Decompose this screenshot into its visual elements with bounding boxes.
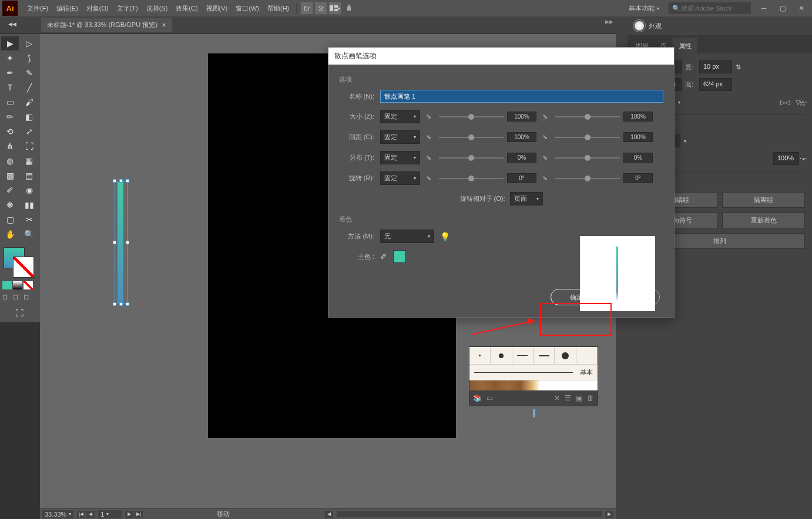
- line-tool[interactable]: ╱: [21, 80, 38, 95]
- bridge-icon[interactable]: Br: [300, 2, 313, 15]
- draw-behind-icon[interactable]: ◻: [13, 293, 22, 301]
- close-tab-icon[interactable]: ×: [162, 21, 166, 29]
- brush-basic[interactable]: 基本: [469, 365, 598, 380]
- brush-name-input[interactable]: [380, 90, 663, 103]
- curvature-tool[interactable]: ✎: [21, 66, 38, 80]
- first-artboard-icon[interactable]: |◀: [77, 511, 85, 518]
- appearance-panel-tab[interactable]: 外观: [628, 16, 812, 36]
- h-input[interactable]: 624 px: [699, 78, 732, 91]
- mesh-tool[interactable]: ▩: [1, 168, 19, 183]
- gradient-tool[interactable]: ▤: [21, 168, 38, 183]
- hand-tool[interactable]: ✋: [1, 227, 19, 241]
- menu-window[interactable]: 窗口(W): [232, 2, 263, 15]
- angle-dropdown-icon[interactable]: ▾: [678, 100, 680, 105]
- direct-selection-tool[interactable]: ▷: [21, 36, 38, 50]
- tips-icon[interactable]: 💡: [440, 232, 450, 241]
- artboard-nav-input[interactable]: 1▾: [98, 510, 122, 518]
- size-mode-select[interactable]: 固定▾: [380, 110, 420, 123]
- search-stock[interactable]: 🔍: [669, 2, 751, 14]
- brush-preset-5[interactable]: [555, 347, 576, 364]
- handle-ml[interactable]: [113, 241, 116, 244]
- brush-preset-4[interactable]: [533, 347, 555, 364]
- symbol-sprayer-tool[interactable]: ❋: [1, 198, 19, 212]
- scatter-value[interactable]: 0%: [507, 153, 536, 163]
- menu-select[interactable]: 选择(S): [143, 2, 172, 15]
- color-mode-icon[interactable]: [2, 281, 12, 289]
- spacing-slider[interactable]: [439, 137, 504, 138]
- spacing-value[interactable]: 100%: [507, 132, 536, 142]
- paintbrush-tool[interactable]: 🖌: [21, 95, 38, 109]
- rectangle-tool[interactable]: ▭: [1, 95, 19, 109]
- maximize-button[interactable]: ▢: [774, 3, 791, 14]
- stroke-dropdown-icon[interactable]: ▾: [684, 139, 686, 144]
- pen-tool[interactable]: ✒: [1, 66, 19, 80]
- panel-collapse-icon[interactable]: ▶▶: [605, 19, 613, 25]
- menu-view[interactable]: 视图(V): [203, 2, 231, 15]
- w-input[interactable]: 10 px: [699, 60, 732, 73]
- handle-br[interactable]: [126, 302, 129, 306]
- workspace-switcher[interactable]: 基本功能▾: [624, 2, 664, 15]
- keycolor-swatch[interactable]: [393, 250, 406, 263]
- transform-more-icon[interactable]: ⋯: [799, 97, 807, 107]
- menu-help[interactable]: 帮助(H): [264, 2, 293, 15]
- selected-object[interactable]: [115, 181, 127, 304]
- brush-options-icon[interactable]: ☰: [565, 394, 571, 402]
- brush-libraries-menu-icon[interactable]: ▭: [486, 394, 493, 402]
- brush-libraries-icon[interactable]: 📚: [473, 394, 482, 402]
- opacity-input[interactable]: 100%: [773, 152, 799, 165]
- scale-tool[interactable]: ⤢: [21, 124, 38, 139]
- rotate-relative-select[interactable]: 页面▾: [510, 192, 543, 205]
- brush-preset-3[interactable]: [512, 347, 533, 364]
- brush-preset-6[interactable]: [576, 347, 598, 364]
- menu-type[interactable]: 文字(T): [113, 2, 142, 15]
- brush-preset-2[interactable]: [491, 347, 512, 364]
- type-tool[interactable]: T: [1, 80, 19, 95]
- zoom-tool[interactable]: 🔍: [21, 227, 38, 241]
- handle-mr[interactable]: [126, 241, 129, 244]
- spacing-mode-select[interactable]: 固定▾: [380, 130, 420, 144]
- h-scrollbar[interactable]: [337, 511, 602, 517]
- screen-mode-icon[interactable]: ⛶: [1, 306, 38, 320]
- link-wh-icon[interactable]: ⇅: [736, 63, 741, 71]
- artboard-tool[interactable]: ▢: [1, 213, 19, 227]
- search-input[interactable]: [680, 5, 747, 12]
- next-artboard-icon[interactable]: ▶: [125, 511, 133, 518]
- scatter-mode-select[interactable]: 固定▾: [380, 151, 420, 164]
- scroll-left-icon[interactable]: ◀: [325, 511, 333, 518]
- none-mode-icon[interactable]: [24, 281, 33, 289]
- stroke-swatch[interactable]: [13, 257, 34, 278]
- brush-art-stroke[interactable]: [469, 380, 598, 390]
- zoom-select[interactable]: 33.33%▾: [42, 510, 73, 518]
- menu-edit[interactable]: 编辑(E): [53, 2, 82, 15]
- rotate-tool[interactable]: ⟲: [1, 124, 19, 139]
- isolate-button[interactable]: 隔离组: [722, 192, 805, 208]
- recolor-button[interactable]: 重新着色: [722, 213, 805, 228]
- lasso-tool[interactable]: ⟆: [21, 51, 38, 65]
- handle-tr[interactable]: [126, 179, 129, 183]
- tab-properties[interactable]: 属性: [673, 38, 697, 53]
- shaper-tool[interactable]: ✏: [1, 110, 19, 124]
- appearance-more-icon[interactable]: ⋯: [799, 154, 807, 163]
- selection-tool[interactable]: ▶: [1, 36, 19, 50]
- brush-preset-1[interactable]: [469, 347, 491, 364]
- perspective-tool[interactable]: ▦: [21, 154, 38, 168]
- new-brush-icon[interactable]: ▣: [576, 394, 582, 402]
- slice-tool[interactable]: ✂: [21, 213, 38, 227]
- handle-tl[interactable]: [113, 179, 116, 183]
- rotation-mode-select[interactable]: 固定▾: [380, 171, 420, 185]
- size-slider[interactable]: [439, 116, 504, 117]
- close-window-button[interactable]: ✕: [793, 3, 810, 14]
- colorization-method-select[interactable]: 无▾: [380, 230, 434, 243]
- gradient-mode-icon[interactable]: [13, 281, 22, 289]
- prev-artboard-icon[interactable]: ◀: [86, 511, 95, 518]
- width-tool[interactable]: ⋔: [1, 139, 19, 153]
- shape-builder-tool[interactable]: ◍: [1, 154, 19, 168]
- magic-wand-tool[interactable]: ✦: [1, 51, 19, 65]
- draw-normal-icon[interactable]: ◻: [2, 293, 12, 301]
- free-transform-tool[interactable]: ⛶: [21, 139, 38, 153]
- menu-object[interactable]: 对象(O): [83, 2, 112, 15]
- minimize-button[interactable]: ─: [756, 3, 772, 14]
- draw-inside-icon[interactable]: ◻: [24, 293, 33, 301]
- toolbox-collapse-icon[interactable]: ◀◀: [8, 21, 16, 27]
- eraser-tool[interactable]: ◧: [21, 110, 38, 124]
